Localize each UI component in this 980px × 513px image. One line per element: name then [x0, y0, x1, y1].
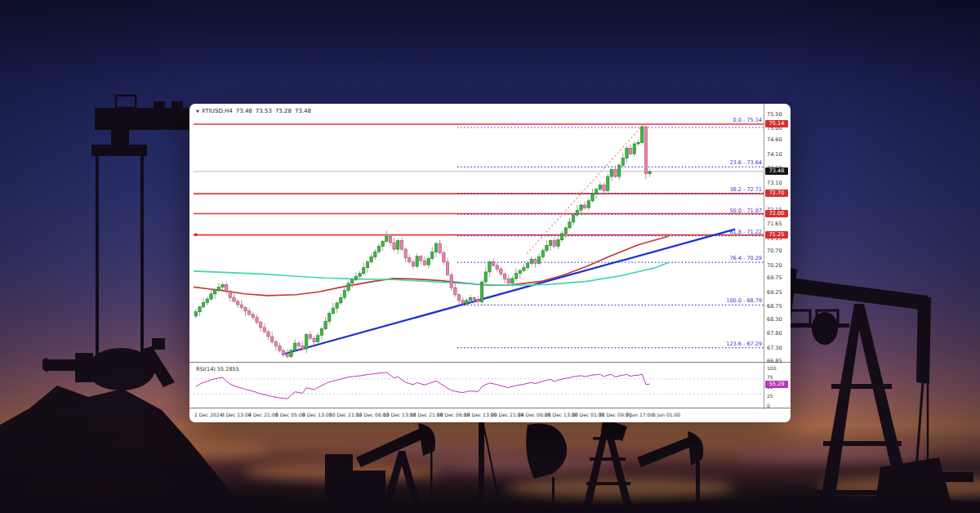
fib-level-label: 23.6 - 73.64 [729, 159, 762, 166]
time-axis-label: 2 Dec 2024 [194, 412, 223, 417]
candle [206, 299, 208, 302]
fib-level-label: 0.0 - 75.14 [733, 117, 762, 123]
price-tick: 73.10 [767, 180, 782, 186]
candle [416, 256, 418, 266]
chart-dropdown-icon[interactable]: ▼ [196, 109, 199, 114]
candle [366, 262, 368, 268]
slow-ma[interactable] [194, 236, 668, 296]
candle [633, 144, 635, 154]
momentum-line[interactable] [527, 125, 643, 254]
candle [297, 343, 300, 346]
candle [568, 222, 571, 228]
candle [461, 301, 464, 304]
candle [317, 336, 319, 342]
candle [626, 148, 628, 158]
candle [477, 300, 479, 302]
candle [324, 321, 327, 328]
price-tick: 68.30 [767, 316, 782, 323]
candle [511, 279, 514, 283]
hero-background: ▼XTIUSD,H473.4873.5373.2873.48 RSI(14) 5… [0, 0, 980, 513]
candle [637, 142, 639, 144]
candle [225, 285, 228, 292]
line-anchor-marker[interactable] [194, 234, 198, 237]
candle [347, 283, 350, 291]
fib-level-label: 100.0 - 68.79 [726, 297, 762, 304]
candle [340, 297, 342, 303]
time-axis-label: 6 Dec 05:00 [275, 412, 305, 417]
candle [320, 329, 323, 336]
candle [541, 251, 544, 257]
rsi-pane-canvas[interactable] [194, 364, 764, 407]
candle [466, 301, 468, 304]
quote-low: 73.28 [275, 108, 292, 114]
chart-header: ▼XTIUSD,H473.4873.5373.2873.48 [196, 108, 314, 114]
candle [457, 295, 460, 301]
candle [644, 127, 647, 174]
candle [431, 252, 434, 259]
candle [397, 241, 399, 250]
candle [530, 259, 532, 263]
candle [343, 291, 345, 298]
candle [610, 169, 612, 176]
candle [500, 269, 502, 274]
rsi-tick: 75 [767, 374, 773, 380]
candle [546, 246, 548, 251]
quote-close: 73.48 [295, 108, 311, 114]
candle [473, 297, 475, 299]
candle [214, 291, 216, 294]
price-axis-line[interactable] [764, 104, 764, 409]
candle [648, 172, 651, 174]
quote-open: 73.48 [236, 108, 252, 114]
candle [229, 291, 231, 297]
candle [492, 262, 494, 265]
fib-level-label: 38.2 - 72.71 [729, 186, 762, 193]
candle [252, 314, 254, 318]
candle [290, 350, 292, 357]
price-tick: 70.20 [767, 262, 782, 269]
price-tick: 67.80 [767, 330, 782, 337]
candle [443, 253, 445, 262]
current-price-badge: 73.48 [765, 167, 788, 175]
candle [469, 297, 471, 301]
candle [194, 312, 197, 316]
candle [389, 236, 391, 243]
candle [240, 305, 243, 308]
candle [480, 282, 483, 301]
candle [420, 256, 422, 261]
candle [439, 243, 441, 253]
candle [503, 274, 506, 279]
price-tick: 74.10 [767, 151, 782, 158]
candle [641, 127, 644, 142]
candle [450, 274, 452, 288]
candle [412, 262, 414, 266]
price-tick: 71.65 [767, 221, 782, 227]
candle [408, 258, 411, 262]
candle [267, 332, 270, 337]
pane-separator[interactable] [189, 362, 791, 363]
candle [423, 261, 425, 265]
candle [434, 243, 437, 252]
price-tick: 74.60 [767, 136, 782, 143]
candle [488, 262, 491, 272]
candle [404, 249, 407, 258]
trading-chart-window[interactable]: ▼XTIUSD,H473.4873.5373.2873.48 RSI(14) 5… [189, 104, 791, 422]
candle [514, 274, 517, 279]
candle [523, 268, 525, 271]
candle [202, 302, 204, 307]
candle [599, 185, 601, 190]
price-chart-canvas[interactable] [194, 108, 764, 361]
candle [210, 294, 212, 299]
candle [607, 176, 609, 190]
candle [377, 247, 380, 252]
time-axis-label: 3 Jan 17:00 [626, 412, 653, 417]
candle [370, 256, 372, 261]
time-axis-label: 3 Dec 13:00 [221, 412, 252, 417]
candle [374, 252, 376, 256]
candle [332, 308, 334, 313]
price-tick: 75.50 [767, 111, 782, 118]
candle [484, 272, 487, 282]
candle [427, 259, 430, 265]
flat-ma[interactable] [194, 262, 668, 285]
candle [576, 210, 578, 215]
support-trendline[interactable] [282, 230, 735, 355]
